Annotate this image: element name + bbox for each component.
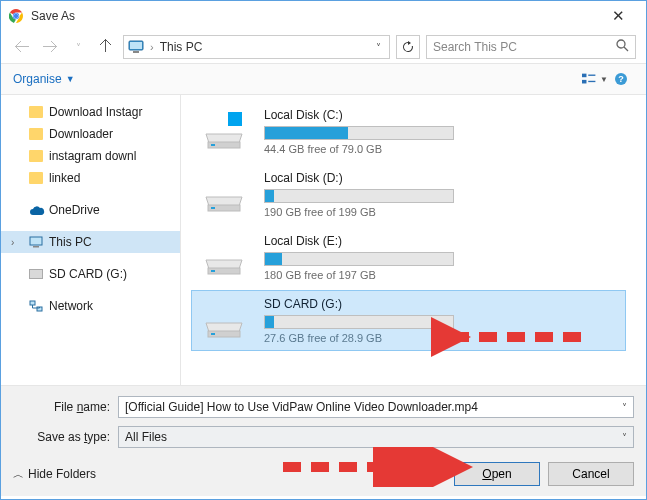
svg-rect-15 — [30, 237, 42, 245]
tree-item[interactable]: Download Instagr — [1, 101, 180, 123]
savetype-value: All Files — [125, 430, 167, 444]
pc-icon — [29, 236, 43, 248]
tree-item[interactable]: Network — [1, 295, 180, 317]
folder-icon — [29, 128, 43, 140]
hide-folders-button[interactable]: ︿ Hide Folders — [13, 467, 96, 482]
svg-rect-25 — [211, 144, 215, 146]
drive-icon — [202, 112, 246, 152]
drive-name: SD CARD (G:) — [264, 297, 615, 311]
tree-item-label: Downloader — [49, 127, 113, 141]
search-input[interactable]: Search This PC — [426, 35, 636, 59]
nav-tree: Download InstagrDownloaderinstagram down… — [1, 95, 181, 385]
drive-item[interactable]: SD CARD (G:) 27.6 GB free of 28.9 GB — [191, 290, 626, 351]
window-title: Save As — [31, 9, 598, 23]
savetype-select[interactable]: All Files ˅ — [118, 426, 634, 448]
open-label: pen — [492, 467, 512, 481]
cancel-label: Cancel — [572, 467, 609, 481]
svg-rect-23 — [236, 119, 243, 126]
svg-rect-16 — [33, 246, 39, 248]
savetype-label: Save as type: — [13, 430, 118, 444]
drive-free-text: 190 GB free of 199 GB — [264, 206, 615, 218]
tree-item[interactable]: ›This PC — [1, 231, 180, 253]
svg-line-8 — [624, 47, 628, 51]
svg-rect-27 — [211, 207, 215, 209]
folder-icon — [29, 172, 43, 184]
drive-icon — [202, 301, 246, 341]
organise-label: Organise — [13, 72, 62, 86]
nav-forward-button[interactable]: 🡢 — [39, 36, 61, 58]
drive-usage-bar — [264, 315, 454, 329]
chevron-down-icon: ▼ — [66, 74, 75, 84]
filename-input[interactable]: [Official Guide] How to Use VidPaw Onlin… — [118, 396, 634, 418]
tree-item[interactable]: Downloader — [1, 123, 180, 145]
address-bar[interactable]: › This PC ˅ — [123, 35, 390, 59]
nav-back-button[interactable]: 🡠 — [11, 36, 33, 58]
drive-name: Local Disk (C:) — [264, 108, 615, 122]
tree-item[interactable]: OneDrive — [1, 199, 180, 221]
svg-rect-11 — [588, 75, 595, 76]
chevron-down-icon[interactable]: ˅ — [622, 432, 627, 443]
svg-rect-29 — [211, 270, 215, 272]
breadcrumb-sep-icon: › — [150, 41, 154, 53]
svg-rect-31 — [211, 333, 215, 335]
refresh-button[interactable] — [396, 35, 420, 59]
drive-item[interactable]: Local Disk (D:) 190 GB free of 199 GB — [191, 164, 626, 225]
hide-folders-label: Hide Folders — [28, 467, 96, 481]
chrome-icon — [9, 9, 23, 23]
svg-rect-9 — [582, 74, 586, 78]
nav-recent-button[interactable]: ˅ — [67, 36, 89, 58]
drive-free-text: 27.6 GB free of 28.9 GB — [264, 332, 615, 344]
network-icon — [29, 300, 43, 312]
nav-up-button[interactable]: 🡡 — [95, 36, 117, 58]
organise-menu[interactable]: Organise ▼ — [13, 72, 75, 86]
drive-icon — [202, 175, 246, 215]
address-location: This PC — [160, 40, 203, 54]
drive-name: Local Disk (E:) — [264, 234, 615, 248]
svg-text:?: ? — [618, 74, 624, 84]
address-dropdown-icon[interactable]: ˅ — [372, 42, 385, 53]
drive-free-text: 44.4 GB free of 79.0 GB — [264, 143, 615, 155]
svg-rect-22 — [228, 119, 235, 126]
search-icon — [616, 39, 629, 55]
tree-item-label: This PC — [49, 235, 92, 249]
tree-item[interactable]: SD CARD (G:) — [1, 263, 180, 285]
view-options-button[interactable]: ▼ — [582, 68, 608, 90]
search-placeholder: Search This PC — [433, 40, 517, 54]
drive-list: Local Disk (C:) 44.4 GB free of 79.0 GB … — [181, 95, 646, 385]
open-button[interactable]: Open — [454, 462, 540, 486]
tree-item[interactable]: instagram downl — [1, 145, 180, 167]
filename-label: File name: — [13, 400, 118, 414]
svg-rect-5 — [130, 42, 142, 49]
tree-item-label: SD CARD (G:) — [49, 267, 127, 281]
svg-rect-10 — [582, 80, 586, 84]
folder-icon — [29, 106, 43, 118]
svg-rect-21 — [236, 112, 243, 119]
help-button[interactable]: ? — [608, 68, 634, 90]
drive-usage-bar — [264, 126, 454, 140]
drive-name: Local Disk (D:) — [264, 171, 615, 185]
tree-item[interactable]: linked — [1, 167, 180, 189]
svg-point-3 — [14, 14, 18, 18]
filename-value: [Official Guide] How to Use VidPaw Onlin… — [125, 400, 478, 414]
svg-rect-12 — [588, 81, 595, 82]
folder-icon — [29, 150, 43, 162]
drive-item[interactable]: Local Disk (C:) 44.4 GB free of 79.0 GB — [191, 101, 626, 162]
tree-item-label: Download Instagr — [49, 105, 142, 119]
svg-point-7 — [617, 40, 625, 48]
drive-usage-bar — [264, 189, 454, 203]
tree-item-label: Network — [49, 299, 93, 313]
onedrive-icon — [29, 205, 43, 215]
chevron-down-icon[interactable]: ˅ — [622, 402, 627, 413]
drive-icon — [202, 238, 246, 278]
drive-item[interactable]: Local Disk (E:) 180 GB free of 197 GB — [191, 227, 626, 288]
pc-icon — [128, 40, 144, 54]
svg-rect-20 — [228, 112, 235, 119]
cancel-button[interactable]: Cancel — [548, 462, 634, 486]
close-button[interactable]: ✕ — [598, 7, 638, 25]
svg-rect-6 — [133, 51, 139, 53]
tree-expand-icon[interactable]: › — [11, 237, 14, 248]
drive-usage-bar — [264, 252, 454, 266]
drive-free-text: 180 GB free of 197 GB — [264, 269, 615, 281]
tree-item-label: linked — [49, 171, 80, 185]
tree-item-label: OneDrive — [49, 203, 100, 217]
